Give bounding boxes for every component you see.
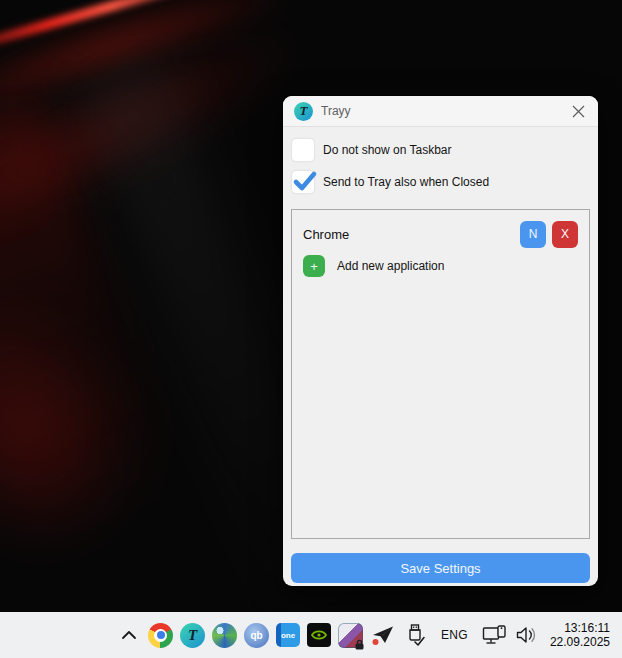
network-icon[interactable] [482,623,507,648]
checkbox-0[interactable] [292,139,314,161]
trayy-logo-icon: T [294,102,313,121]
taskbar-clock[interactable]: 13:16:11 22.09.2025 [550,621,610,649]
window-title: Trayy [321,104,351,118]
tray-overflow-button[interactable] [116,623,141,648]
idm-icon[interactable] [212,623,237,648]
nvidia-eye-icon [310,629,328,641]
usb-plug-icon [405,623,425,647]
volume-icon [515,626,537,644]
qbittorrent-icon[interactable]: qb [244,623,269,648]
monitor-phone-icon [482,625,507,646]
clock-time: 13:16:11 [550,621,610,635]
wallpaper-streak [0,0,318,279]
trayy-tray-icon[interactable]: T [180,623,205,648]
add-application-button[interactable]: + [303,255,325,277]
folder-lock-icon[interactable] [338,623,363,648]
trayy-tray-glyph: T [188,627,197,644]
checkbox-1[interactable] [292,171,314,193]
language-indicator[interactable]: ENG [441,628,468,642]
titlebar[interactable]: T Trayy [283,96,598,127]
close-button[interactable] [569,102,587,120]
checkbox-label: Send to Tray also when Closed [323,175,489,189]
desktop: T Trayy Do not show on Taskbar [0,0,622,658]
usb-eject-icon[interactable] [402,623,427,648]
wallpaper-streak [0,248,197,601]
wallpaper-streak [0,0,308,133]
close-icon [572,105,585,118]
speaker-icon[interactable] [514,623,539,648]
chrome-icon-center [157,631,165,639]
checkmark-icon [291,168,318,195]
nvidia-icon[interactable] [307,623,331,647]
checkbox-row-taskbar: Do not show on Taskbar [291,134,590,166]
save-settings-button[interactable]: Save Settings [291,553,590,583]
qbittorrent-glyph: qb [250,630,262,641]
wallpaper-streak [0,94,194,556]
add-application-label: Add new application [337,259,444,273]
checkbox-label: Do not show on Taskbar [323,143,452,157]
app-notify-button[interactable]: N [520,221,546,248]
add-application-row: + Add new application [303,255,578,277]
app-list-panel: Chrome N X + Add new application [291,209,590,539]
checkbox-row-tray-closed: Send to Tray also when Closed [291,166,590,198]
telegram-plane-icon [371,624,395,646]
window-body: Do not show on Taskbar Send to Tray also… [283,127,598,592]
lock-badge-icon [354,639,365,650]
trayy-logo-glyph: T [300,103,308,119]
one-app-icon[interactable]: one [276,623,300,647]
one-app-glyph: one [281,631,295,640]
app-name: Chrome [303,227,349,242]
app-list-row: Chrome N X [303,220,578,248]
chrome-icon[interactable] [148,623,173,648]
app-remove-button[interactable]: X [552,221,578,248]
telegram-icon[interactable] [370,623,395,648]
chevron-up-icon [121,630,137,640]
trayy-window: T Trayy Do not show on Taskbar [283,96,598,586]
clock-date: 22.09.2025 [550,635,610,649]
wallpaper-streak [0,0,255,61]
taskbar: T qb one [0,612,622,658]
